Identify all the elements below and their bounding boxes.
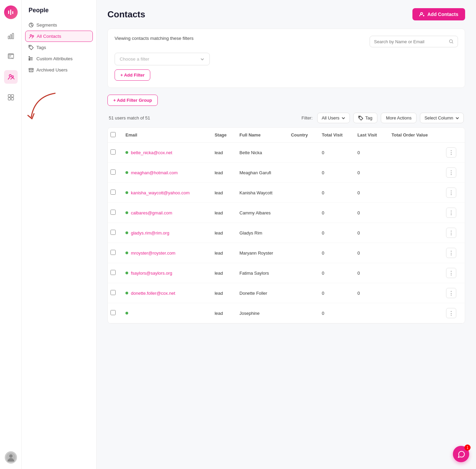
- row-country-cell: [287, 203, 318, 223]
- row-actions-button[interactable]: ⋮: [446, 248, 456, 258]
- contacts-table-container: Email Stage Full Name Country Total Visi…: [107, 127, 465, 324]
- row-checkbox-0[interactable]: [111, 149, 116, 155]
- row-email-link[interactable]: bette_nicka@cox.net: [125, 150, 206, 155]
- svg-rect-12: [11, 98, 14, 100]
- row-checkbox-cell: [108, 263, 121, 283]
- sidebar-item-segments[interactable]: Segments: [22, 19, 96, 31]
- row-checkbox-2[interactable]: [111, 190, 116, 195]
- select-column-button[interactable]: Select Column: [420, 113, 464, 123]
- row-email-link[interactable]: calbares@gmail.com: [125, 210, 206, 215]
- svg-rect-4: [10, 35, 12, 39]
- nav-integrations[interactable]: [4, 91, 18, 104]
- search-box[interactable]: [370, 36, 458, 47]
- user-avatar[interactable]: [5, 451, 17, 464]
- search-input[interactable]: [374, 39, 446, 44]
- status-dot: [125, 191, 128, 194]
- tag-icon: [29, 45, 34, 50]
- row-checkbox-8[interactable]: [111, 310, 116, 315]
- row-actions-button[interactable]: ⋮: [446, 268, 456, 278]
- table-header: Email Stage Full Name Country Total Visi…: [108, 128, 465, 143]
- row-actions-button[interactable]: ⋮: [446, 228, 456, 238]
- row-fullname-cell: Josephine: [235, 303, 287, 323]
- filter-section: Viewing contacts matching these filters …: [107, 29, 465, 88]
- row-total-visit-cell: 0: [318, 163, 354, 183]
- svg-point-18: [30, 46, 30, 47]
- row-checkbox-3[interactable]: [111, 210, 116, 215]
- chat-badge: 1: [464, 444, 471, 451]
- status-dot: [125, 312, 128, 314]
- add-filter-group-label: + Add Filter Group: [113, 98, 152, 103]
- add-filter-group-button[interactable]: + Add Filter Group: [107, 95, 158, 106]
- col-header-email: Email: [121, 128, 210, 143]
- row-last-visit-cell: 0: [353, 183, 387, 203]
- row-last-visit-cell: 0: [353, 203, 387, 223]
- row-email-link[interactable]: gladys.rim@rim.org: [125, 230, 206, 236]
- sidebar-item-custom-attributes[interactable]: Custom Attributes: [22, 53, 96, 64]
- row-email-link[interactable]: mroyster@royster.com: [125, 250, 206, 256]
- page-title: Contacts: [107, 9, 145, 20]
- row-email-link[interactable]: kanisha_waycott@yahoo.com: [125, 190, 206, 195]
- filter-value: All Users: [322, 115, 339, 120]
- col-header-full-name: Full Name: [235, 128, 287, 143]
- users-count: 51 users match of 51: [109, 115, 150, 120]
- row-actions-button[interactable]: ⋮: [446, 308, 456, 318]
- col-header-total-visit: Total Visit: [318, 128, 354, 143]
- tag-button[interactable]: Tag: [353, 113, 377, 123]
- status-dot: [125, 171, 128, 174]
- add-filter-button[interactable]: + Add Filter: [115, 69, 150, 81]
- filter-dropdown[interactable]: Choose a filter: [115, 53, 210, 65]
- app-logo[interactable]: [4, 5, 18, 19]
- more-actions-button[interactable]: More Actions: [381, 113, 417, 123]
- chat-bubble[interactable]: 1: [453, 446, 469, 462]
- row-country-cell: [287, 223, 318, 243]
- row-actions-cell: ⋮: [442, 203, 465, 223]
- nav-people[interactable]: [4, 70, 18, 84]
- sidebar-item-tags[interactable]: Tags: [22, 42, 96, 53]
- row-country-cell: [287, 183, 318, 203]
- sidebar-item-archived-users[interactable]: Archived Users: [22, 64, 96, 76]
- row-checkbox-cell: [108, 223, 121, 243]
- row-last-visit-cell: [353, 303, 387, 323]
- row-actions-button[interactable]: ⋮: [446, 208, 456, 218]
- row-total-order-cell: [388, 143, 442, 163]
- row-checkbox-6[interactable]: [111, 270, 116, 275]
- row-checkbox-7[interactable]: [111, 290, 116, 295]
- row-actions-button[interactable]: ⋮: [446, 188, 456, 198]
- row-actions-cell: ⋮: [442, 263, 465, 283]
- row-actions-button[interactable]: ⋮: [446, 147, 456, 158]
- row-actions-cell: ⋮: [442, 163, 465, 183]
- row-checkbox-4[interactable]: [111, 230, 116, 235]
- row-checkbox-1[interactable]: [111, 169, 116, 175]
- filter-header: Viewing contacts matching these filters: [115, 36, 458, 47]
- row-total-order-cell: [388, 263, 442, 283]
- row-total-order-cell: [388, 283, 442, 303]
- row-email-link[interactable]: donette.foller@cox.net: [125, 291, 206, 296]
- row-stage-cell: lead: [210, 283, 235, 303]
- row-checkbox-5[interactable]: [111, 250, 116, 255]
- sidebar-label-archived-users: Archived Users: [36, 67, 68, 72]
- filter-all-users-dropdown[interactable]: All Users: [317, 113, 350, 123]
- svg-rect-1: [10, 10, 11, 15]
- row-email-cell: gladys.rim@rim.org: [121, 223, 210, 243]
- sidebar-item-all-contacts[interactable]: All Contacts: [25, 31, 93, 42]
- svg-point-25: [359, 116, 360, 117]
- row-email-link[interactable]: fsaylors@saylors.org: [125, 271, 206, 276]
- nav-campaigns[interactable]: [4, 50, 18, 63]
- add-contacts-button[interactable]: Add Contacts: [412, 8, 465, 20]
- segments-icon: [29, 22, 34, 28]
- row-email-link[interactable]: [125, 312, 206, 314]
- row-total-visit-cell: 0: [318, 283, 354, 303]
- svg-rect-19: [29, 56, 30, 57]
- row-email-link[interactable]: meaghan@hotmail.com: [125, 170, 206, 175]
- col-header-last-visit: Last Visit: [353, 128, 387, 143]
- select-all-checkbox[interactable]: [111, 132, 116, 137]
- row-actions-button[interactable]: ⋮: [446, 167, 456, 178]
- row-country-cell: [287, 163, 318, 183]
- row-total-visit-cell: 0: [318, 263, 354, 283]
- list-icon: [29, 56, 34, 61]
- col-header-total-order-value: Total Order Value: [388, 128, 442, 143]
- row-actions-button[interactable]: ⋮: [446, 288, 456, 298]
- add-contacts-icon: [419, 12, 425, 17]
- nav-analytics[interactable]: [4, 29, 18, 43]
- row-fullname-cell: Donette Foller: [235, 283, 287, 303]
